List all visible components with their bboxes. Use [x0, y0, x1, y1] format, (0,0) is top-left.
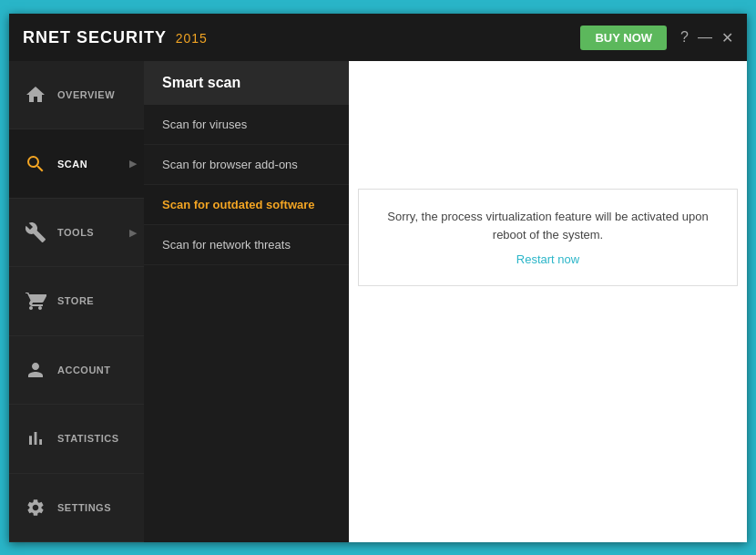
notification-message: Sorry, the process virtualization featur… [377, 208, 719, 243]
sidebar-item-tools[interactable]: TOOLS ▶ [9, 199, 144, 267]
scan-viruses-item[interactable]: Scan for viruses [144, 105, 349, 145]
help-button[interactable]: ? [680, 29, 689, 46]
sidebar-item-statistics-label: STATISTICS [57, 433, 119, 444]
scan-icon [23, 151, 48, 177]
dropdown-header: Smart scan [144, 61, 349, 105]
sidebar: OVERVIEW SCAN ▶ TOOLS [9, 61, 144, 542]
restart-now-link[interactable]: Restart now [516, 252, 579, 266]
buy-now-button[interactable]: BUY NOW [580, 26, 667, 50]
scan-network-item[interactable]: Scan for network threats [144, 225, 349, 265]
application-window: RNET SECURITY 2015 BUY NOW ? — ✕ OVERVIE… [9, 14, 747, 542]
title-year: 2015 [176, 31, 208, 46]
content-area: Sorry, the process virtualization featur… [349, 61, 747, 542]
minimize-button[interactable]: — [698, 29, 712, 46]
sidebar-item-overview-label: OVERVIEW [57, 89, 115, 100]
sidebar-item-scan-label: SCAN [57, 159, 87, 170]
main-content: OVERVIEW SCAN ▶ TOOLS [9, 61, 747, 542]
tools-icon [23, 220, 48, 245]
close-button[interactable]: ✕ [721, 29, 733, 46]
sidebar-item-overview[interactable]: OVERVIEW [9, 61, 144, 129]
sidebar-item-account[interactable]: ACCOUNT [9, 336, 144, 405]
notification-box: Sorry, the process virtualization featur… [358, 189, 738, 286]
settings-icon [23, 495, 48, 520]
statistics-icon [23, 426, 48, 451]
sidebar-item-scan[interactable]: SCAN ▶ [9, 129, 144, 198]
sidebar-item-account-label: ACCOUNT [57, 365, 111, 375]
home-icon [23, 82, 48, 108]
store-icon [23, 288, 48, 313]
scan-browser-item[interactable]: Scan for browser add-ons [144, 145, 349, 185]
sidebar-item-store-label: STORE [57, 295, 94, 306]
scan-outdated-item[interactable]: Scan for outdated software [144, 185, 349, 225]
title-text: RNET SECURITY [23, 28, 167, 46]
window-controls: ? — ✕ [680, 29, 733, 46]
sidebar-item-settings-label: SETTINGS [57, 502, 111, 513]
sidebar-item-tools-label: TOOLS [57, 227, 94, 238]
tools-arrow-icon: ▶ [129, 227, 137, 239]
account-icon [23, 357, 48, 383]
titlebar: RNET SECURITY 2015 BUY NOW ? — ✕ [9, 14, 747, 61]
sidebar-item-settings[interactable]: SETTINGS [9, 474, 144, 542]
sidebar-item-statistics[interactable]: STATISTICS [9, 405, 144, 473]
app-title: RNET SECURITY 2015 [23, 28, 580, 47]
scan-dropdown-menu: Smart scan Scan for viruses Scan for bro… [144, 61, 349, 542]
content-background [349, 61, 747, 542]
sidebar-item-store[interactable]: STORE [9, 267, 144, 335]
scan-arrow-icon: ▶ [129, 158, 137, 170]
